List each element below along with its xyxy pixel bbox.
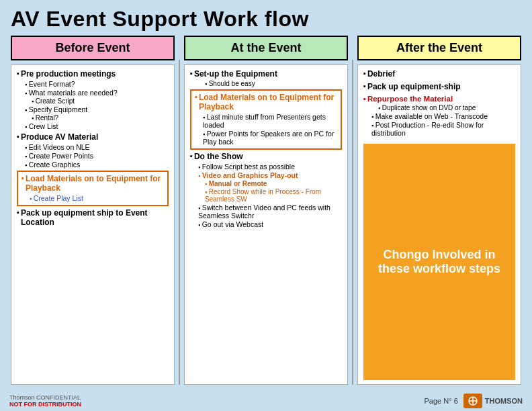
item-create-powerpoints: Create Power Points: [17, 152, 169, 160]
not-for-dist: NOT FOR DISTRIBUTION: [9, 401, 81, 408]
company-label: Thomson CONFIDENTIAL: [9, 394, 81, 401]
section-title-pre: Pre production meetings: [17, 69, 169, 79]
column-at: At the Event Set-up the Equipment Should…: [180, 36, 352, 385]
section-title-repurpose: Repurpose the Material: [363, 95, 515, 103]
thomson-icon: [463, 394, 482, 408]
section-title-pack-ship: Pack up equipment-ship: [363, 82, 515, 91]
section-pre-production: Pre production meetings Event Format? Wh…: [17, 69, 169, 130]
item-should-be-easy: Should be easy: [190, 80, 342, 87]
item-go-webcast: Go out via Webcast: [190, 220, 342, 228]
section-title-load-at: Load Materials on to Equipment for Playb…: [195, 93, 337, 111]
item-create-script: Create Script: [17, 97, 169, 105]
section-title-do-show: Do the Show: [190, 152, 342, 161]
page-title: AV Event Support Work flow: [11, 7, 521, 32]
item-follow-script: Follow Script best as possible: [190, 163, 342, 171]
title-bar: AV Event Support Work flow: [0, 0, 532, 36]
section-debrief: Debrief: [363, 69, 515, 80]
item-switch-video: Switch between Video and PC feeds with S…: [190, 203, 342, 220]
chongo-box: Chongo Involved in these workflow steps: [363, 144, 515, 380]
section-title-pack: Pack up equipment ship to Event Location: [17, 208, 169, 227]
item-make-available: Make available on Web - Transcode: [363, 112, 515, 120]
footer: Thomson CONFIDENTIAL NOT FOR DISTRIBUTIO…: [0, 391, 532, 411]
item-last-minute: Last minute stuff from Presenters gets l…: [195, 113, 337, 129]
section-load-materials-before: Load Materials on to Equipment for Playb…: [17, 171, 169, 206]
section-title-setup: Set-up the Equipment: [190, 69, 342, 79]
footer-left: Thomson CONFIDENTIAL NOT FOR DISTRIBUTIO…: [9, 394, 81, 408]
column-before: Before Event Pre production meetings Eve…: [7, 36, 179, 385]
section-title-debrief: Debrief: [363, 69, 515, 79]
col-header-before: Before Event: [11, 36, 175, 60]
item-what-materials: What materials are needed?: [17, 89, 169, 97]
col-body-before: Pre production meetings Event Format? Wh…: [11, 64, 175, 385]
thomson-name: THOMSON: [485, 397, 523, 405]
section-setup: Set-up the Equipment Should be easy: [190, 69, 342, 87]
item-specify-equipment: Specify Equipment: [17, 105, 169, 113]
item-power-points-speakers: Power Points for Speakers are on PC for …: [195, 130, 337, 146]
main-content: Before Event Pre production meetings Eve…: [0, 36, 532, 385]
col-body-at: Set-up the Equipment Should be easy Load…: [184, 64, 348, 385]
page: AV Event Support Work flow Before Event …: [0, 0, 532, 411]
item-crew-list: Crew List: [17, 122, 169, 130]
col-header-at: At the Event: [184, 36, 348, 60]
item-create-graphics: Create Graphics: [17, 161, 169, 169]
item-record-show: Record Show while in Process - From Seam…: [190, 188, 342, 203]
item-post-production: Post Production - Re-edit Show for distr…: [363, 121, 515, 137]
item-duplicate-dvd: Duplicate show on DVD or tape: [363, 104, 515, 111]
section-repurpose: Repurpose the Material Duplicate show on…: [363, 95, 515, 138]
item-event-format: Event Format?: [17, 80, 169, 88]
page-number: Page N° 6: [425, 397, 458, 405]
thomson-logo: THOMSON: [463, 394, 523, 408]
section-do-show: Do the Show Follow Script best as possib…: [190, 152, 342, 228]
item-create-playlist: Create Play List: [21, 194, 164, 202]
item-video-graphics: Video and Graphics Play-out: [190, 171, 342, 179]
item-edit-videos: Edit Videos on NLE: [17, 143, 169, 151]
footer-right: Page N° 6 THOMSON: [425, 394, 523, 408]
col-header-after: After the Event: [357, 36, 521, 60]
section-produce-av: Produce AV Material Edit Videos on NLE C…: [17, 132, 169, 169]
chongo-text: Chongo Involved in these workflow steps: [370, 248, 508, 276]
item-rental: Rental?: [17, 114, 169, 122]
section-title-load-before: Load Materials on to Equipment for Playb…: [21, 174, 164, 193]
col-body-after: Debrief Pack up equipment-ship Repurpose…: [357, 64, 521, 385]
section-load-materials-at: Load Materials on to Equipment for Playb…: [190, 89, 342, 150]
section-pack-up: Pack up equipment ship to Event Location: [17, 208, 169, 227]
column-after: After the Event Debrief Pack up equipmen…: [353, 36, 525, 385]
section-title-produce: Produce AV Material: [17, 132, 169, 142]
item-manual-remote: Manual or Remote: [190, 180, 342, 187]
section-pack-ship: Pack up equipment-ship: [363, 82, 515, 93]
